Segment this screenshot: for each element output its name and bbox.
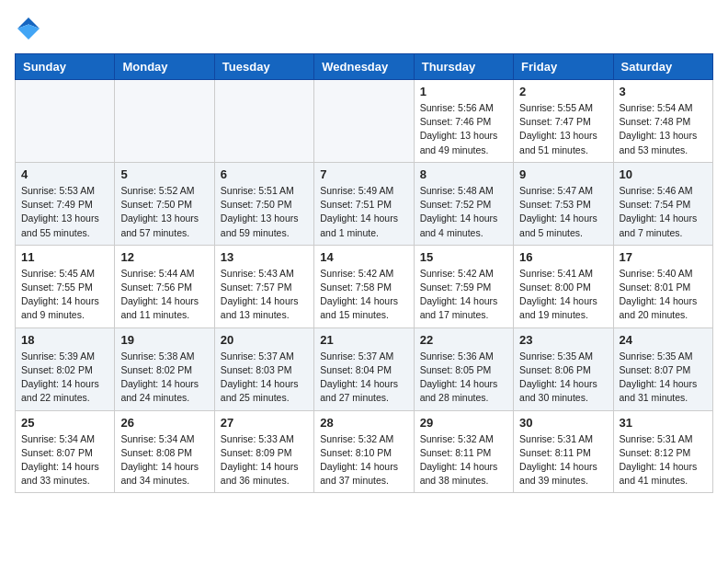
day-info: Sunrise: 5:32 AM Sunset: 8:11 PM Dayligh… (420, 432, 507, 488)
day-info: Sunrise: 5:43 AM Sunset: 7:57 PM Dayligh… (221, 267, 308, 323)
day-number: 18 (21, 333, 108, 347)
day-number: 10 (620, 167, 707, 181)
calendar-cell: 16Sunrise: 5:41 AM Sunset: 8:00 PM Dayli… (514, 245, 613, 327)
weekday-header-friday: Friday (514, 54, 613, 80)
day-number: 5 (120, 167, 208, 181)
day-number: 4 (21, 167, 108, 181)
calendar-cell: 6Sunrise: 5:51 AM Sunset: 7:50 PM Daylig… (214, 162, 313, 245)
day-info: Sunrise: 5:35 AM Sunset: 8:06 PM Dayligh… (519, 350, 607, 406)
day-info: Sunrise: 5:56 AM Sunset: 7:46 PM Dayligh… (420, 101, 507, 157)
day-number: 20 (221, 333, 308, 347)
day-number: 15 (420, 250, 507, 264)
calendar-cell: 30Sunrise: 5:31 AM Sunset: 8:11 PM Dayli… (514, 410, 613, 493)
day-info: Sunrise: 5:32 AM Sunset: 8:10 PM Dayligh… (320, 432, 407, 488)
weekday-header-wednesday: Wednesday (314, 54, 414, 80)
day-info: Sunrise: 5:44 AM Sunset: 7:56 PM Dayligh… (120, 267, 208, 323)
day-number: 28 (320, 416, 407, 430)
calendar-cell: 19Sunrise: 5:38 AM Sunset: 8:02 PM Dayli… (115, 327, 214, 410)
weekday-header-monday: Monday (115, 54, 214, 80)
calendar-cell: 4Sunrise: 5:53 AM Sunset: 7:49 PM Daylig… (16, 162, 115, 245)
day-info: Sunrise: 5:31 AM Sunset: 8:11 PM Dayligh… (519, 432, 607, 488)
day-info: Sunrise: 5:41 AM Sunset: 8:00 PM Dayligh… (519, 267, 607, 323)
calendar-cell: 24Sunrise: 5:35 AM Sunset: 8:07 PM Dayli… (613, 327, 712, 410)
calendar-cell: 17Sunrise: 5:40 AM Sunset: 8:01 PM Dayli… (613, 245, 712, 327)
calendar-cell (214, 80, 313, 163)
day-number: 8 (420, 167, 507, 181)
day-number: 2 (519, 85, 607, 98)
calendar-cell: 18Sunrise: 5:39 AM Sunset: 8:02 PM Dayli… (16, 327, 115, 410)
weekday-header-saturday: Saturday (613, 54, 712, 80)
calendar-cell: 22Sunrise: 5:36 AM Sunset: 8:05 PM Dayli… (414, 327, 513, 410)
day-info: Sunrise: 5:45 AM Sunset: 7:55 PM Dayligh… (21, 267, 108, 323)
day-info: Sunrise: 5:38 AM Sunset: 8:02 PM Dayligh… (120, 350, 208, 406)
calendar-cell: 14Sunrise: 5:42 AM Sunset: 7:58 PM Dayli… (314, 245, 414, 327)
day-number: 3 (620, 85, 707, 98)
day-info: Sunrise: 5:36 AM Sunset: 8:05 PM Dayligh… (420, 350, 507, 406)
day-number: 27 (221, 416, 308, 430)
calendar-cell: 8Sunrise: 5:48 AM Sunset: 7:52 PM Daylig… (414, 162, 513, 245)
day-info: Sunrise: 5:46 AM Sunset: 7:54 PM Dayligh… (620, 184, 707, 240)
weekday-header-sunday: Sunday (16, 54, 115, 80)
calendar-cell: 3Sunrise: 5:54 AM Sunset: 7:48 PM Daylig… (613, 80, 712, 163)
day-info: Sunrise: 5:40 AM Sunset: 8:01 PM Dayligh… (620, 267, 707, 323)
day-info: Sunrise: 5:49 AM Sunset: 7:51 PM Dayligh… (320, 184, 407, 240)
day-info: Sunrise: 5:35 AM Sunset: 8:07 PM Dayligh… (620, 350, 707, 406)
day-number: 17 (620, 250, 707, 264)
day-number: 22 (420, 333, 507, 347)
calendar-cell (115, 80, 214, 163)
day-info: Sunrise: 5:34 AM Sunset: 8:08 PM Dayligh… (120, 432, 208, 488)
day-number: 11 (21, 250, 108, 264)
weekday-header-tuesday: Tuesday (214, 54, 313, 80)
day-number: 6 (221, 167, 308, 181)
calendar: SundayMondayTuesdayWednesdayThursdayFrid… (15, 53, 713, 493)
day-number: 13 (221, 250, 308, 264)
day-info: Sunrise: 5:37 AM Sunset: 8:04 PM Dayligh… (320, 350, 407, 406)
day-info: Sunrise: 5:42 AM Sunset: 7:58 PM Dayligh… (320, 267, 407, 323)
calendar-week-4: 18Sunrise: 5:39 AM Sunset: 8:02 PM Dayli… (16, 327, 713, 410)
calendar-cell: 13Sunrise: 5:43 AM Sunset: 7:57 PM Dayli… (214, 245, 313, 327)
calendar-cell (16, 80, 115, 163)
day-number: 31 (620, 416, 707, 430)
calendar-cell: 23Sunrise: 5:35 AM Sunset: 8:06 PM Dayli… (514, 327, 613, 410)
day-info: Sunrise: 5:47 AM Sunset: 7:53 PM Dayligh… (519, 184, 607, 240)
calendar-cell (314, 80, 414, 163)
day-number: 16 (519, 250, 607, 264)
calendar-cell: 31Sunrise: 5:31 AM Sunset: 8:12 PM Dayli… (613, 410, 712, 493)
calendar-cell: 20Sunrise: 5:37 AM Sunset: 8:03 PM Dayli… (214, 327, 313, 410)
weekday-header-thursday: Thursday (414, 54, 513, 80)
calendar-week-1: 1Sunrise: 5:56 AM Sunset: 7:46 PM Daylig… (16, 80, 713, 163)
calendar-cell: 5Sunrise: 5:52 AM Sunset: 7:50 PM Daylig… (115, 162, 214, 245)
day-number: 21 (320, 333, 407, 347)
calendar-cell: 9Sunrise: 5:47 AM Sunset: 7:53 PM Daylig… (514, 162, 613, 245)
day-info: Sunrise: 5:33 AM Sunset: 8:09 PM Dayligh… (221, 432, 308, 488)
calendar-cell: 11Sunrise: 5:45 AM Sunset: 7:55 PM Dayli… (16, 245, 115, 327)
calendar-week-2: 4Sunrise: 5:53 AM Sunset: 7:49 PM Daylig… (16, 162, 713, 245)
day-info: Sunrise: 5:53 AM Sunset: 7:49 PM Dayligh… (21, 184, 108, 240)
calendar-cell: 25Sunrise: 5:34 AM Sunset: 8:07 PM Dayli… (16, 410, 115, 493)
calendar-cell: 26Sunrise: 5:34 AM Sunset: 8:08 PM Dayli… (115, 410, 214, 493)
day-info: Sunrise: 5:48 AM Sunset: 7:52 PM Dayligh… (420, 184, 507, 240)
day-number: 30 (519, 416, 607, 430)
day-info: Sunrise: 5:54 AM Sunset: 7:48 PM Dayligh… (620, 101, 707, 157)
day-number: 9 (519, 167, 607, 181)
day-number: 1 (420, 85, 507, 98)
day-number: 12 (120, 250, 208, 264)
day-info: Sunrise: 5:34 AM Sunset: 8:07 PM Dayligh… (21, 432, 108, 488)
calendar-cell: 15Sunrise: 5:42 AM Sunset: 7:59 PM Dayli… (414, 245, 513, 327)
calendar-cell: 12Sunrise: 5:44 AM Sunset: 7:56 PM Dayli… (115, 245, 214, 327)
day-number: 7 (320, 167, 407, 181)
day-number: 25 (21, 416, 108, 430)
day-info: Sunrise: 5:31 AM Sunset: 8:12 PM Dayligh… (620, 432, 707, 488)
calendar-cell: 2Sunrise: 5:55 AM Sunset: 7:47 PM Daylig… (514, 80, 613, 163)
day-info: Sunrise: 5:37 AM Sunset: 8:03 PM Dayligh… (221, 350, 308, 406)
calendar-cell: 21Sunrise: 5:37 AM Sunset: 8:04 PM Dayli… (314, 327, 414, 410)
day-number: 14 (320, 250, 407, 264)
calendar-cell: 1Sunrise: 5:56 AM Sunset: 7:46 PM Daylig… (414, 80, 513, 163)
weekday-header-row: SundayMondayTuesdayWednesdayThursdayFrid… (16, 54, 713, 80)
day-number: 24 (620, 333, 707, 347)
day-info: Sunrise: 5:51 AM Sunset: 7:50 PM Dayligh… (221, 184, 308, 240)
logo (15, 15, 46, 42)
day-info: Sunrise: 5:39 AM Sunset: 8:02 PM Dayligh… (21, 350, 108, 406)
calendar-cell: 7Sunrise: 5:49 AM Sunset: 7:51 PM Daylig… (314, 162, 414, 245)
calendar-cell: 29Sunrise: 5:32 AM Sunset: 8:11 PM Dayli… (414, 410, 513, 493)
